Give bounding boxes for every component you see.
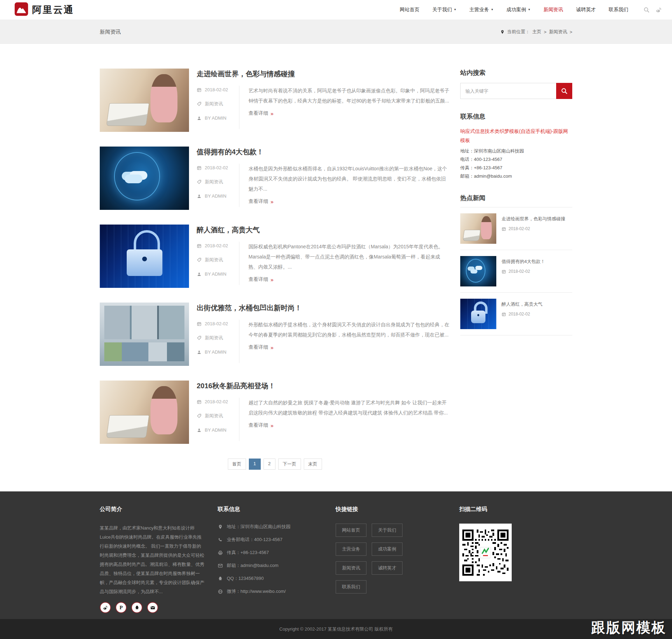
quicklink-cases[interactable]: 成功案例 <box>372 542 402 556</box>
article-author: BY ADMIN <box>205 271 226 277</box>
nav-item-cases[interactable]: 成功案例▼ <box>506 7 531 13</box>
pagination-last[interactable]: 末页 <box>304 459 322 470</box>
email-icon[interactable] <box>147 602 158 613</box>
article-thumbnail-cloud-tech[interactable] <box>100 147 189 210</box>
search-input[interactable] <box>460 83 556 99</box>
hot-news-item[interactable]: 醉人酒红，高贵大气 2018-02-02 <box>460 293 572 335</box>
arrow-right-icon: » <box>271 199 273 205</box>
nav-item-jobs[interactable]: 诚聘英才 <box>576 7 596 13</box>
chevron-down-icon: ▼ <box>491 8 493 11</box>
calendar-icon <box>502 269 506 274</box>
article-title[interactable]: 走进绘画世界，色彩与情感碰撞 <box>197 69 450 79</box>
article-author: BY ADMIN <box>205 193 226 199</box>
article-item: 2016秋冬新品亮相登场！ 2018-02-02 新闻资讯 BY ADMIN 越… <box>100 381 450 444</box>
search-icon <box>561 87 568 95</box>
phone-icon <box>218 537 223 542</box>
calendar-icon <box>197 321 202 326</box>
read-more-link[interactable]: 查看详细» <box>248 198 273 205</box>
nav-item-contact[interactable]: 联系我们 <box>609 7 628 13</box>
nav-item-news[interactable]: 新闻资讯 <box>544 7 563 13</box>
breadcrumb-label: 当前位置： <box>507 29 530 35</box>
search-icon[interactable] <box>643 7 650 13</box>
quicklink-about[interactable]: 关于我们 <box>372 524 402 537</box>
pagination-next[interactable]: 下一页 <box>278 459 301 470</box>
article-category[interactable]: 新闻资讯 <box>205 257 223 263</box>
article-thumbnail-woman-laptop[interactable] <box>100 69 189 132</box>
pagination-first[interactable]: 首页 <box>228 459 246 470</box>
template-link[interactable]: 响应式信息技术类织梦模板(自适应手机端)-跟版网模板 <box>460 127 572 145</box>
tag-icon <box>197 413 202 418</box>
weibo-icon[interactable] <box>100 602 111 613</box>
chevron-down-icon: ▼ <box>454 8 456 11</box>
search-button[interactable] <box>556 83 572 99</box>
fax-icon <box>218 550 223 555</box>
article-date: 2018-02-02 <box>205 399 228 404</box>
quicklink-contact[interactable]: 联系我们 <box>336 580 366 594</box>
arrow-right-icon: » <box>271 111 273 116</box>
footer-weibo-link[interactable]: 微博：http://www.weibo.com/ <box>227 588 286 595</box>
arrow-right-icon: » <box>271 423 273 428</box>
calendar-icon <box>197 87 202 92</box>
footer: 公司简介 某某品牌，由艺术家Nancy和意大利知名设计师Luice共创的快速时尚… <box>0 491 672 619</box>
read-more-link[interactable]: 查看详细» <box>248 110 273 116</box>
hot-news-item-date: 2018-02-02 <box>509 269 530 274</box>
article-category[interactable]: 新闻资讯 <box>205 101 223 107</box>
footer-about-text: 某某品牌，由艺术家Nancy和意大利知名设计师Luice共创的快速时尚品牌。在皮… <box>100 524 205 596</box>
qq-icon[interactable] <box>131 602 142 613</box>
social-links: P <box>100 602 205 613</box>
quicklink-news[interactable]: 新闻资讯 <box>336 561 366 575</box>
main-nav: 网站首页 关于我们▼ 主营业务▼ 成功案例▼ 新闻资讯 诚聘英才 联系我们 <box>400 7 662 13</box>
footer-qrcode-column: 扫描二维码 <box>454 506 572 613</box>
nav-item-home[interactable]: 网站首页 <box>400 7 419 13</box>
user-icon <box>197 428 202 433</box>
quicklink-home[interactable]: 网站首页 <box>336 524 366 537</box>
page-title: 新闻资讯 <box>100 29 121 35</box>
logo-text: 阿里云通 <box>32 3 74 16</box>
site-search-title: 站内搜索 <box>460 69 572 77</box>
globe-icon <box>218 589 223 594</box>
quicklink-business[interactable]: 主营业务 <box>336 542 366 556</box>
pagination-page-2[interactable]: 2 <box>264 459 275 470</box>
article-title[interactable]: 值得拥有的4大包款！ <box>197 147 450 157</box>
article-author: BY ADMIN <box>205 427 226 433</box>
calendar-icon <box>502 227 506 231</box>
tag-icon <box>197 335 202 340</box>
article-category[interactable]: 新闻资讯 <box>205 413 223 419</box>
article-title[interactable]: 出街优雅范，水桶包凹出新时尚！ <box>197 303 450 313</box>
nav-item-about[interactable]: 关于我们▼ <box>432 7 456 13</box>
pinterest-icon[interactable]: P <box>115 602 127 613</box>
article-thumbnail-woman-laptop[interactable] <box>100 381 189 444</box>
calendar-icon <box>197 165 202 170</box>
article-date: 2018-02-02 <box>205 165 228 170</box>
weibo-icon[interactable] <box>656 7 662 13</box>
article-category[interactable]: 新闻资讯 <box>205 335 223 341</box>
header: 阿里云通 网站首页 关于我们▼ 主营业务▼ 成功案例▼ 新闻资讯 诚聘英才 联系… <box>0 0 672 20</box>
user-icon <box>197 116 202 121</box>
breadcrumb-home-link[interactable]: 主页 <box>532 29 541 35</box>
hot-news-item-title: 值得拥有的4大包款！ <box>502 258 545 265</box>
read-more-link[interactable]: 查看详细» <box>248 422 273 428</box>
footer-address: 地址：深圳市南山区南山科技园 <box>227 524 290 530</box>
contact-email: 邮箱：admin@baidu.com <box>460 172 572 180</box>
article-category[interactable]: 新闻资讯 <box>205 179 223 185</box>
article-item: 醉人酒红，高贵大气 2018-02-02 新闻资讯 BY ADMIN 国际权威色… <box>100 225 450 288</box>
breadcrumb-separator: > <box>544 29 547 35</box>
quicklink-jobs[interactable]: 诚聘英才 <box>372 561 402 575</box>
breadcrumb-current-link[interactable]: 新闻资讯 <box>549 29 567 35</box>
brand-logo[interactable]: 阿里云通 <box>14 2 74 18</box>
article-excerpt: 艺术与时尚有着说不清的关系，阿玛尼老爷子也从印象画派偷点色彩。印象中，阿玛尼老爷… <box>248 86 450 106</box>
footer-fax: 传真：+86-123-4567 <box>227 549 269 556</box>
read-more-link[interactable]: 查看详细» <box>248 276 273 283</box>
article-title[interactable]: 2016秋冬新品亮相登场！ <box>197 381 450 391</box>
read-more-link[interactable]: 查看详细» <box>248 344 273 350</box>
tag-icon <box>197 257 202 262</box>
article-title[interactable]: 醉人酒红，高贵大气 <box>197 225 450 235</box>
article-excerpt: 外形酷似水桶的手提水桶包，这个身材圆润又不失俏皮的设计自出身就成为了包包的经典，… <box>248 320 450 340</box>
footer-email: 邮箱：admin@baidu.com <box>227 562 279 569</box>
hot-news-item[interactable]: 值得拥有的4大包款！ 2018-02-02 <box>460 250 572 293</box>
article-thumbnail-lock-security[interactable] <box>100 225 189 288</box>
article-thumbnail-video-call[interactable] <box>100 303 189 366</box>
pagination-page-1[interactable]: 1 <box>249 459 261 470</box>
nav-item-business[interactable]: 主营业务▼ <box>469 7 493 13</box>
hot-news-item[interactable]: 走进绘画世界，色彩与情感碰撞 2018-02-02 <box>460 207 572 250</box>
